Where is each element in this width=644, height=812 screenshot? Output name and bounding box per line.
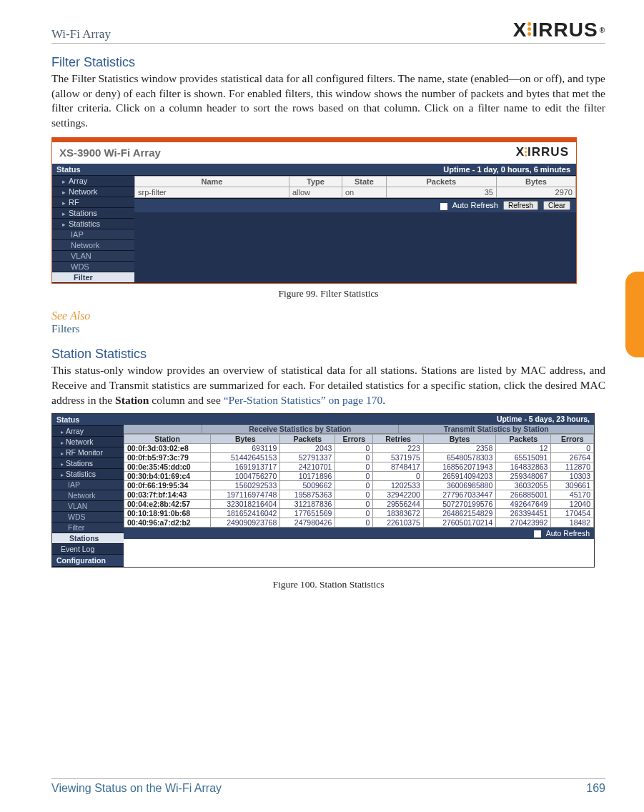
station-value: 0 [335, 462, 373, 472]
col-state[interactable]: State [342, 177, 386, 187]
station-value: 18482 [551, 518, 594, 528]
nav2-config[interactable]: Configuration [52, 555, 124, 567]
cell-name[interactable]: srp-filter [135, 187, 289, 198]
see-also-heading: See Also [51, 310, 605, 322]
station-value: 323018216404 [211, 500, 280, 509]
station-value: 0 [373, 472, 424, 481]
station-value: 29556244 [373, 500, 424, 509]
fig100-col-5[interactable]: Bytes [423, 435, 495, 444]
station-value: 265914094203 [423, 472, 495, 481]
auto-refresh-label-2: Auto Refresh [546, 529, 590, 538]
ss-body-mid: column and see [149, 394, 223, 406]
station-mac[interactable]: 00:10:18:91:0b:68 [124, 509, 211, 518]
station-row: 00:0f:b5:97:3c:7951442645153527913370537… [124, 453, 594, 462]
fig100-caption: Figure 100. Station Statistics [51, 579, 605, 590]
station-value: 0 [335, 500, 373, 509]
fig100-col-3[interactable]: Errors [335, 435, 373, 444]
station-value: 177651569 [280, 509, 335, 518]
station-mac[interactable]: 00:0f:3d:03:02:e8 [124, 444, 211, 453]
fig99-brand-row: XS-3900 Wi-Fi Array XIRRUS [52, 142, 576, 164]
fig99-control-row: Auto Refresh Refresh Clear [134, 198, 576, 212]
nav2-selected-stations[interactable]: Stations [52, 533, 124, 544]
fig100-col-0[interactable]: Station [124, 435, 211, 444]
station-row: 00:0e:35:45:dd:c016919137172421070108748… [124, 462, 594, 472]
group-rx: Receive Statistics by Station [202, 425, 399, 433]
nav-sub-wds[interactable]: WDS [52, 262, 134, 272]
nav2-iap[interactable]: IAP [52, 480, 124, 490]
nav-item-rf[interactable]: RF [52, 197, 134, 208]
fig99-caption: Figure 99. Filter Statistics [51, 288, 605, 299]
auto-refresh-checkbox[interactable] [440, 203, 447, 210]
fig99-nav-header: Status [52, 164, 134, 176]
nav2-array[interactable]: Array [52, 426, 124, 437]
per-station-link[interactable]: “Per-Station Statistics” on page 170 [224, 394, 383, 406]
nav-selected-filter[interactable]: Filter [52, 272, 134, 283]
filter-statistics-body: The Filter Statistics window provides st… [51, 71, 605, 130]
nav-sub-network[interactable]: Network [52, 240, 134, 251]
fig100-col-6[interactable]: Packets [496, 435, 551, 444]
nav2-net[interactable]: Network [52, 490, 124, 501]
col-bytes[interactable]: Bytes [496, 177, 575, 187]
nav-item-stations[interactable]: Stations [52, 208, 134, 219]
nav2-eventlog[interactable]: Event Log [52, 544, 124, 555]
station-value: 10303 [551, 472, 594, 481]
nav-sub-vlan[interactable]: VLAN [52, 251, 134, 262]
station-value: 5009662 [280, 481, 335, 490]
nav-item-statistics[interactable]: Statistics [52, 219, 134, 229]
station-value: 12 [496, 444, 551, 453]
col-name[interactable]: Name [135, 177, 289, 187]
fig99-blank-area [134, 212, 576, 283]
group-tx: Transmit Statistics by Station [399, 425, 595, 433]
see-also-link-filters[interactable]: Filters [51, 322, 605, 335]
brand-logo: XIRRUS® [513, 19, 605, 41]
station-value: 10171896 [280, 472, 335, 481]
station-value: 266885001 [496, 490, 551, 500]
station-mac[interactable]: 00:0f:b5:97:3c:79 [124, 453, 211, 462]
clear-button[interactable]: Clear [543, 201, 570, 210]
auto-refresh-checkbox-2[interactable] [534, 530, 541, 538]
station-value: 168562071943 [423, 462, 495, 472]
station-value: 12040 [551, 500, 594, 509]
station-mac[interactable]: 00:03:7f:bf:14:43 [124, 490, 211, 500]
station-value: 0 [335, 453, 373, 462]
station-row: 00:30:b4:01:69:c410047562701017189600265… [124, 472, 594, 481]
nav2-vlan[interactable]: VLAN [52, 501, 124, 512]
station-value: 45170 [551, 490, 594, 500]
fig100-group-row: Receive Statistics by Station Transmit S… [124, 425, 594, 434]
nav-sub-iap[interactable]: IAP [52, 229, 134, 240]
nav2-network[interactable]: Network [52, 437, 124, 447]
figure-filter-statistics: XS-3900 Wi-Fi Array XIRRUS Status Array … [51, 137, 577, 284]
nav2-statistics[interactable]: Statistics [52, 469, 124, 480]
fig99-nav: Status Array Network RF Stations Statist… [52, 164, 134, 283]
fig100-col-7[interactable]: Errors [551, 435, 594, 444]
station-mac[interactable]: 00:30:b4:01:69:c4 [124, 472, 211, 481]
nav2-stations[interactable]: Stations [52, 458, 124, 469]
station-value: 164832863 [496, 462, 551, 472]
nav-item-network[interactable]: Network [52, 187, 134, 197]
station-row: 00:40:96:a7:d2:b224909092376824798042602… [124, 518, 594, 528]
station-value: 277967033447 [423, 490, 495, 500]
nav2-wds[interactable]: WDS [52, 512, 124, 523]
fig100-col-4[interactable]: Retries [373, 435, 424, 444]
side-tab [625, 272, 644, 357]
nav-item-array[interactable]: Array [52, 176, 134, 187]
station-value: 2043 [280, 444, 335, 453]
station-value: 8748417 [373, 462, 424, 472]
station-value: 170454 [551, 509, 594, 518]
ss-body-post: . [382, 394, 385, 406]
nav2-filter[interactable]: Filter [52, 523, 124, 533]
col-packets[interactable]: Packets [386, 177, 496, 187]
col-type[interactable]: Type [289, 177, 342, 187]
nav2-rfmon[interactable]: RF Monitor [52, 447, 124, 458]
station-mac[interactable]: 00:40:96:a7:d2:b2 [124, 518, 211, 528]
station-mac[interactable]: 00:0f:66:19:95:34 [124, 481, 211, 490]
fig100-col-2[interactable]: Packets [280, 435, 335, 444]
station-value: 197116974748 [211, 490, 280, 500]
fig99-uptime-value: Uptime - 1 day, 0 hours, 6 minutes [443, 165, 570, 174]
station-mac[interactable]: 00:0e:35:45:dd:c0 [124, 462, 211, 472]
fig100-col-1[interactable]: Bytes [211, 435, 280, 444]
refresh-button[interactable]: Refresh [503, 201, 538, 210]
figure-station-statistics: Status Array Network RF Monitor Stations… [51, 413, 595, 568]
station-mac[interactable]: 00:04:e2:8b:42:57 [124, 500, 211, 509]
fig100-uptime: Uptime - 5 days, 23 hours, [124, 414, 594, 425]
